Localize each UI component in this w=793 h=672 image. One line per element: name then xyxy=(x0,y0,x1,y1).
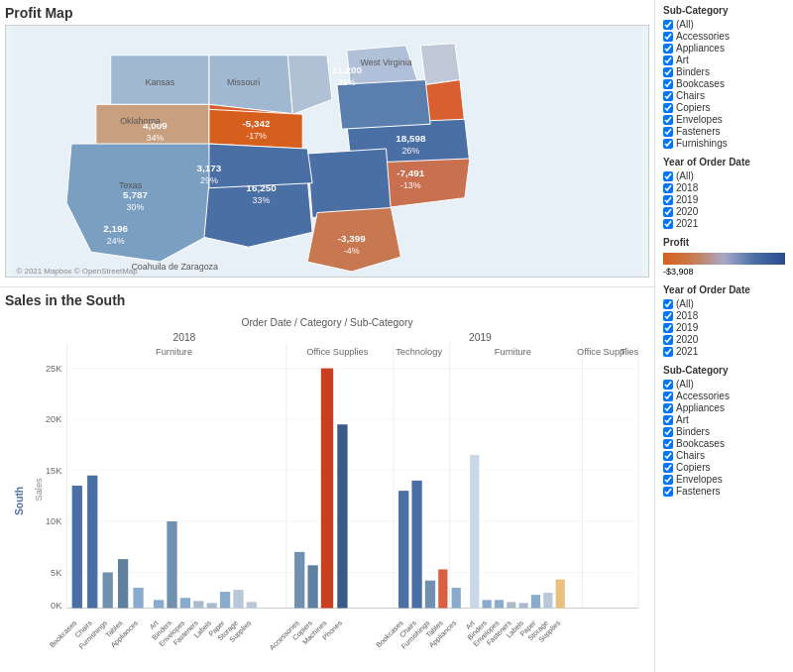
svg-rect-119 xyxy=(482,600,491,608)
svg-text:Order Date / Category / Sub-Ca: Order Date / Category / Sub-Category xyxy=(241,317,413,328)
filter-label-art-bottom: Art xyxy=(676,414,689,425)
filter-item-accessories-bottom: Accessories xyxy=(663,391,785,401)
year-label-2018-bottom: 2018 xyxy=(676,310,698,321)
filter-label-binders-bottom: Binders xyxy=(676,426,710,437)
filter-label-art: Art xyxy=(676,55,689,65)
checkbox-binders[interactable] xyxy=(663,67,673,77)
svg-rect-121 xyxy=(495,600,504,608)
svg-text:-3,399: -3,399 xyxy=(338,233,367,244)
checkbox-2021-top[interactable] xyxy=(663,219,673,229)
checkbox-bookcases-top[interactable] xyxy=(663,79,673,89)
svg-rect-103 xyxy=(321,369,333,609)
checkbox-fasteners-bottom[interactable] xyxy=(663,487,673,497)
svg-rect-131 xyxy=(556,580,565,609)
checkbox-fasteners[interactable] xyxy=(663,127,673,137)
filter-item-furnishings: Furnishings xyxy=(663,138,785,149)
checkbox-all-bottom[interactable] xyxy=(663,380,673,390)
svg-text:0K: 0K xyxy=(51,601,62,611)
year-label-2019-bottom: 2019 xyxy=(676,322,698,333)
map-container: 11,200 31% 18,598 26% -5,342 -17% -7,491… xyxy=(5,25,649,278)
checkbox-appliances-bottom[interactable] xyxy=(663,403,673,413)
checkbox-appliances-top[interactable] xyxy=(663,44,673,54)
checkbox-2019-top[interactable] xyxy=(663,195,673,205)
checkbox-art[interactable] xyxy=(663,56,673,65)
filter-item-appliances-bottom: Appliances xyxy=(663,402,785,413)
checkbox-2021-bottom[interactable] xyxy=(663,347,673,357)
chart-container: Order Date / Category / Sub-Category 201… xyxy=(5,312,649,659)
checkbox-copiers[interactable] xyxy=(663,103,673,113)
filter-item-art: Art xyxy=(663,55,785,65)
checkbox-2018-top[interactable] xyxy=(663,183,673,193)
svg-rect-105 xyxy=(337,424,347,608)
svg-rect-87 xyxy=(180,598,190,608)
svg-marker-5 xyxy=(420,44,460,85)
checkbox-all-top[interactable] xyxy=(663,20,673,30)
filter-item-appliances-top: Appliances xyxy=(663,43,785,54)
checkbox-chairs-top[interactable] xyxy=(663,91,673,101)
checkbox-2018-bottom[interactable] xyxy=(663,311,673,321)
filter-item-envelopes: Envelopes xyxy=(663,114,785,125)
sub-category-title-top: Sub-Category xyxy=(663,5,785,16)
profit-section: Profit -$3,908 xyxy=(663,237,785,277)
checkbox-year-all-bottom[interactable] xyxy=(663,299,673,309)
checkbox-art-bottom[interactable] xyxy=(663,415,673,425)
filter-label-envelopes: Envelopes xyxy=(676,114,723,125)
svg-rect-97 xyxy=(247,602,257,608)
checkbox-2020-top[interactable] xyxy=(663,207,673,217)
filter-item-all-bottom: (All) xyxy=(663,379,785,390)
checkbox-accessories[interactable] xyxy=(663,32,673,42)
year-label-all-top: (All) xyxy=(676,170,694,181)
filter-item-copiers: Copiers xyxy=(663,102,785,113)
sub-category-title-bottom: Sub-Category xyxy=(663,365,785,376)
year-2021-top: 2021 xyxy=(663,218,785,229)
filter-item-envelopes-bottom: Envelopes xyxy=(663,474,785,485)
filter-label-fasteners-bottom: Fasteners xyxy=(676,486,720,497)
year-label-2020-top: 2020 xyxy=(676,206,698,217)
svg-rect-109 xyxy=(411,481,421,609)
svg-rect-73 xyxy=(72,486,82,609)
svg-text:Coahuila de Zaragoza: Coahuila de Zaragoza xyxy=(131,262,218,272)
year-all-bottom: (All) xyxy=(663,298,785,309)
svg-text:29%: 29% xyxy=(200,175,218,185)
checkbox-year-all-top[interactable] xyxy=(663,171,673,181)
filter-item-art-bottom: Art xyxy=(663,414,785,425)
svg-text:33%: 33% xyxy=(253,195,271,205)
svg-text:26%: 26% xyxy=(401,146,419,156)
year-label-2020-bottom: 2020 xyxy=(676,334,698,345)
svg-rect-99 xyxy=(294,552,304,609)
svg-text:Kansas: Kansas xyxy=(145,77,174,87)
checkbox-furnishings[interactable] xyxy=(663,139,673,149)
filter-label-copiers-bottom: Copiers xyxy=(676,462,710,473)
svg-text:Office Supplies: Office Supplies xyxy=(306,347,368,357)
svg-text:Furniture: Furniture xyxy=(495,347,531,357)
filter-label-bookcases-bottom: Bookcases xyxy=(676,438,725,449)
filter-label-bookcases-top: Bookcases xyxy=(676,78,725,89)
checkbox-2019-bottom[interactable] xyxy=(663,323,673,333)
svg-text:Technology: Technology xyxy=(396,347,442,357)
svg-text:16,250: 16,250 xyxy=(246,182,277,193)
checkbox-2020-bottom[interactable] xyxy=(663,335,673,345)
checkbox-bookcases-bottom[interactable] xyxy=(663,439,673,449)
year-label-all-bottom: (All) xyxy=(676,298,694,309)
checkbox-envelopes[interactable] xyxy=(663,115,673,125)
sub-category-filter-bottom: Sub-Category (All) Accessories Appliance… xyxy=(663,365,785,497)
checkbox-envelopes-bottom[interactable] xyxy=(663,475,673,485)
filter-label-copiers: Copiers xyxy=(676,102,710,113)
svg-text:Sales: Sales xyxy=(34,478,44,502)
svg-text:5K: 5K xyxy=(51,568,62,578)
right-panel: Sub-Category (All) Accessories Appliance… xyxy=(654,0,793,672)
filter-label-all-bottom: (All) xyxy=(676,379,694,390)
checkbox-accessories-bottom[interactable] xyxy=(663,392,673,401)
checkbox-binders-bottom[interactable] xyxy=(663,427,673,437)
svg-text:-5,342: -5,342 xyxy=(243,118,272,129)
sub-category-filter-top: Sub-Category (All) Accessories Appliance… xyxy=(663,5,785,149)
svg-rect-129 xyxy=(543,593,552,608)
svg-text:Furniture: Furniture xyxy=(156,347,192,357)
profit-labels: -$3,908 xyxy=(663,267,785,277)
svg-text:Office Supplies: Office Supplies xyxy=(577,347,638,357)
svg-text:-7,491: -7,491 xyxy=(396,168,425,178)
svg-text:-17%: -17% xyxy=(246,131,267,141)
checkbox-copiers-bottom[interactable] xyxy=(663,463,673,473)
filter-item-chairs-bottom: Chairs xyxy=(663,450,785,461)
checkbox-chairs-bottom[interactable] xyxy=(663,451,673,461)
